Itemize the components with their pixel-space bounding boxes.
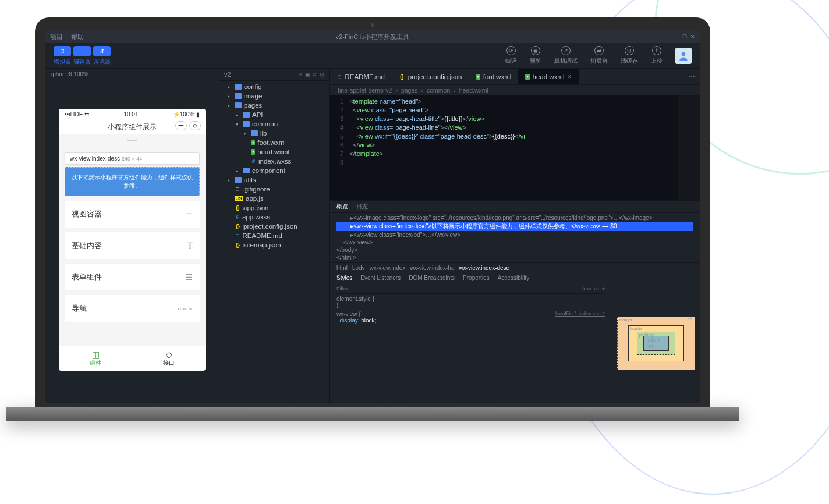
folder-icon [235, 102, 242, 108]
sb-signal: ••ıl IDE ⇆ [65, 111, 89, 118]
menu-help[interactable]: 帮助 [71, 33, 84, 41]
tool-btn-编译[interactable]: ⟳编译 [505, 46, 517, 65]
tree-node[interactable]: □.gitignore [219, 184, 329, 194]
dom-tree[interactable]: ▸<wx-image class="index-logo" src="../re… [330, 213, 700, 262]
laptop-frame: 项目 帮助 v2-FinClip小程序开发工具 — ☐ ✕ □模拟器编辑器⇵调试… [35, 17, 710, 421]
window-title: v2-FinClip小程序开发工具 [336, 33, 410, 41]
new-folder-icon[interactable]: ▣ [305, 72, 310, 77]
styles-subtab[interactable]: Styles [336, 275, 352, 281]
phone-tab[interactable]: ◫组件 [59, 346, 132, 371]
tool-btn-清缓存[interactable]: ⊟清缓存 [621, 46, 638, 65]
svg-point-0 [682, 52, 686, 56]
folder-icon [235, 84, 242, 90]
ide-app: 项目 帮助 v2-FinClip小程序开发工具 — ☐ ✕ □模拟器编辑器⇵调试… [45, 30, 700, 403]
styles-actions[interactable]: :hov .cls + [581, 286, 605, 292]
refresh-icon[interactable]: ⟳ [313, 72, 317, 77]
file-icon: ▪ [251, 149, 255, 155]
dt-tab-log[interactable]: 日志 [356, 203, 368, 211]
capsule-close-icon[interactable]: ⊙ [189, 121, 201, 130]
tree-node[interactable]: {}sitemap.json [219, 240, 329, 250]
tab-close-icon[interactable]: ✕ [567, 74, 572, 80]
mode-btn-模拟器[interactable]: □模拟器 [54, 46, 71, 66]
tool-btn-上传[interactable]: ↥上传 [651, 46, 663, 65]
styles-subtab[interactable]: Event Listeners [360, 275, 401, 281]
tool-btn-真机调试[interactable]: ↗真机调试 [554, 46, 578, 65]
mode-btn-调试器[interactable]: ⇵调试器 [93, 46, 111, 66]
tree-node[interactable]: ▸config [219, 82, 329, 91]
folder-icon [243, 168, 250, 173]
tree-node[interactable]: ▸component [219, 166, 329, 175]
list-item[interactable]: 表单组件☰ [65, 264, 200, 290]
avatar[interactable] [675, 48, 692, 64]
tree-node[interactable]: ▪foot.wxml [219, 138, 329, 147]
device-label[interactable]: iphone6 100% [45, 69, 219, 80]
styles-subtab[interactable]: DOM Breakpoints [409, 275, 455, 281]
file-icon: ▪ [251, 140, 255, 145]
dom-breadcrumb[interactable]: htmlbodywx-view.indexwx-view.index-hdwx-… [330, 262, 700, 273]
crumb-item[interactable]: wx-view.index-hd [410, 265, 454, 271]
dt-tab-overview[interactable]: 概览 [336, 203, 348, 211]
file-icon: □ [235, 186, 240, 192]
capsule-menu-icon[interactable]: ••• [175, 121, 187, 130]
tree-node[interactable]: ▾common [219, 119, 329, 129]
crumb-item[interactable]: wx-view.index [370, 265, 406, 271]
menubar: 项目 帮助 [50, 33, 84, 41]
tree-node[interactable]: ▸utils [219, 175, 329, 184]
crumb-item[interactable]: wx-view.index-desc [459, 265, 509, 271]
tree-node[interactable]: ▸lib [219, 129, 329, 138]
window-min-icon[interactable]: — [674, 34, 679, 40]
editor-tab[interactable]: ▪foot.wxml [469, 69, 519, 84]
tree-node[interactable]: □README.md [219, 231, 329, 240]
file-icon: {} [235, 223, 241, 229]
tree-root[interactable]: v2 [224, 71, 231, 78]
minimap[interactable] [678, 95, 700, 200]
tree-node[interactable]: JSapp.js [219, 194, 329, 203]
phone-tab[interactable]: ◇接口 [132, 346, 206, 371]
folder-icon [235, 93, 242, 99]
crumb-item[interactable]: html [336, 265, 348, 271]
editor-tab[interactable]: ▪head.wxml✕ [518, 69, 579, 84]
element-tooltip: wx-view.index-desc 240 × 44 [65, 152, 200, 165]
new-file-icon[interactable]: ⊕ [298, 72, 303, 77]
styles-subtab[interactable]: Properties [463, 275, 490, 281]
folder-icon [243, 112, 250, 118]
editor-panel: □README.md{}project.config.json▪foot.wxm… [330, 69, 700, 403]
code-editor[interactable]: 12345678 <template name="head"> <view cl… [330, 95, 700, 200]
tree-node[interactable]: {}app.json [219, 203, 329, 212]
file-icon: □ [235, 233, 240, 239]
titlebar: 项目 帮助 v2-FinClip小程序开发工具 — ☐ ✕ [45, 30, 700, 43]
crumb-item[interactable]: body [352, 265, 365, 271]
window-close-icon[interactable]: ✕ [690, 34, 695, 40]
tree-node[interactable]: #index.wxss [219, 157, 329, 166]
styles-panel[interactable]: Filter :hov .cls + element.style {}</spa… [330, 283, 612, 403]
editor-tab[interactable]: {}project.config.json [392, 69, 469, 84]
sb-battery: ⚡100% ▮ [173, 111, 200, 118]
collapse-icon[interactable]: ⊟ [320, 72, 324, 77]
box-model: margin10 border- padding- 240 × 44 [612, 283, 700, 403]
editor-tab[interactable]: □README.md [330, 69, 392, 84]
breadcrumb: fino-applet-demo-v2›pages›common›head.wx… [330, 85, 700, 95]
file-explorer: v2 ⊕ ▣ ⟳ ⊟ ▸config▸image▾pages▸API▾commo… [219, 69, 330, 403]
filter-input[interactable]: Filter [336, 286, 348, 292]
highlighted-element[interactable]: 以下将展示小程序官方组件能力，组件样式仅供参考。 [65, 167, 200, 196]
tree-node[interactable]: ▸image [219, 91, 329, 101]
file-icon: {} [235, 205, 241, 211]
styles-subtab[interactable]: Accessibility [498, 275, 529, 281]
menu-project[interactable]: 项目 [50, 33, 63, 41]
tool-btn-预览[interactable]: ◉预览 [530, 46, 541, 65]
file-icon: JS [235, 196, 243, 201]
tree-node[interactable]: ▸API [219, 110, 329, 119]
tree-node[interactable]: ▾pages [219, 101, 329, 110]
tree-node[interactable]: #app.wxss [219, 212, 329, 222]
list-item[interactable]: 视图容器▭ [65, 201, 200, 228]
folder-icon [243, 121, 250, 127]
list-item[interactable]: 基础内容𝕋 [65, 232, 200, 259]
tool-btn-切后台[interactable]: ⇄切后台 [590, 46, 608, 65]
mode-btn-编辑器[interactable]: 编辑器 [73, 46, 91, 66]
tab-overflow-icon[interactable]: ⋯ [683, 73, 700, 81]
tree-node[interactable]: ▪head.wxml [219, 147, 329, 157]
tree-node[interactable]: {}project.config.json [219, 222, 329, 231]
list-item[interactable]: 导航∘∘∘ [65, 295, 200, 322]
window-max-icon[interactable]: ☐ [682, 34, 687, 40]
file-icon: {} [235, 242, 241, 248]
